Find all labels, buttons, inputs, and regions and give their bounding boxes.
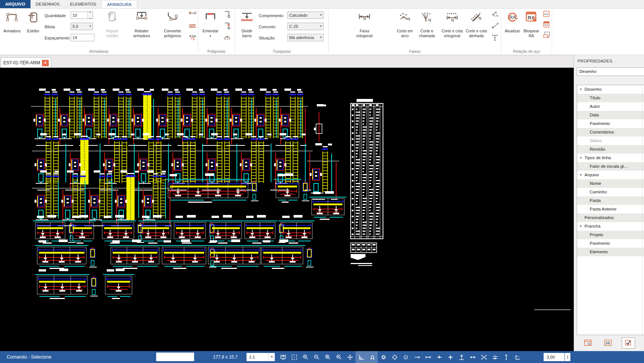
snap-icon[interactable]: [367, 351, 378, 363]
situacao-dropdown[interactable]: Má aderência ▼: [287, 34, 323, 41]
tab-elementos[interactable]: ELEMENTOS: [65, 0, 102, 8]
property-label: Arquivo: [585, 173, 599, 177]
ortho-icon[interactable]: [355, 351, 367, 363]
value-column-divider[interactable]: [642, 85, 643, 335]
property-row[interactable]: Revisão: [577, 145, 644, 154]
perpendicular-icon[interactable]: [456, 351, 467, 363]
property-row[interactable]: Título: [577, 94, 644, 102]
document-tab[interactable]: EST-01-TÉR-ARM ✕: [1, 57, 51, 68]
scale-dropdown[interactable]: 1:1 ▼: [247, 353, 275, 361]
property-row[interactable]: Personalizados: [577, 213, 644, 222]
ra-small-icon[interactable]: RA: [542, 10, 551, 19]
dividir-barra-button[interactable]: Dividir barra: [236, 10, 257, 38]
faixa-ortogonal-button[interactable]: N Faixa ortogonal: [352, 10, 377, 38]
property-row[interactable]: Pavimento: [577, 239, 644, 248]
zoom-object-icon[interactable]: [322, 351, 333, 363]
armadura-button[interactable]: Armadura: [1, 10, 23, 33]
rebater-armadura-button[interactable]: Rebater armadura: [126, 10, 157, 38]
property-row[interactable]: Pavimento: [577, 119, 644, 128]
atualizar-button[interactable]: RA Atualizar: [503, 10, 522, 33]
property-row[interactable]: Autor: [577, 102, 644, 111]
vertical-icon[interactable]: [500, 351, 512, 363]
settings-icon[interactable]: [378, 351, 389, 363]
angle-spinner[interactable]: ▲▼: [565, 353, 570, 361]
property-row[interactable]: Caminho: [577, 188, 644, 196]
property-row[interactable]: ▼Desenho: [577, 85, 644, 94]
expand-arrow-icon[interactable]: ▼: [579, 222, 585, 231]
nearest-icon[interactable]: [467, 351, 478, 363]
group-armaduras: Armadura Estribo Quantidade 10 ▲▼ Bitola…: [0, 8, 198, 55]
ra-dark-icon[interactable]: RA: [542, 20, 551, 29]
zoom-previous-icon[interactable]: [333, 351, 344, 363]
concreto-dropdown[interactable]: C-25 ▼: [287, 23, 323, 30]
comprimento-dropdown[interactable]: Calculado ▼: [287, 12, 323, 19]
close-icon[interactable]: ✕: [42, 60, 49, 66]
property-row[interactable]: ▼Prancha: [577, 222, 644, 231]
tab-arquivo[interactable]: ARQUIVO: [0, 0, 30, 8]
center-icon[interactable]: [400, 351, 411, 363]
polyline-node-icon[interactable]: [223, 10, 232, 19]
quantidade-spinner[interactable]: ▲▼: [87, 12, 93, 19]
property-row[interactable]: Nome: [577, 179, 644, 188]
property-row[interactable]: ▼Arquivo: [577, 171, 644, 179]
arc-stirrup-icon[interactable]: [223, 33, 232, 42]
repetir-estribo-button: Repetir estribo: [100, 10, 125, 38]
node-icon[interactable]: [434, 351, 445, 363]
svg-text:RA: RA: [509, 15, 516, 20]
expand-arrow-icon[interactable]: ▼: [579, 171, 585, 179]
renumber-icon[interactable]: N: [188, 33, 197, 42]
export-window-icon[interactable]: [542, 30, 551, 39]
dim-vertical-icon[interactable]: N: [491, 33, 500, 42]
property-row[interactable]: Elemento: [577, 248, 644, 256]
delete-node-icon[interactable]: [223, 22, 232, 30]
expand-arrow-icon[interactable]: ▼: [579, 85, 585, 94]
properties-selector[interactable]: Desenho: [577, 67, 644, 76]
quantidade-input[interactable]: 10 ▲▼: [71, 12, 93, 19]
command-input[interactable]: [156, 353, 194, 361]
converter-poligonos-button[interactable]: Converter polígonos: [158, 10, 187, 38]
offset-icon[interactable]: [489, 351, 500, 363]
zoom-in-icon[interactable]: [300, 351, 311, 363]
hierarchy-icon[interactable]: [602, 338, 614, 348]
espacamento-input[interactable]: 14: [71, 34, 94, 41]
property-row[interactable]: Pasta: [577, 196, 644, 205]
dim-diagonal-down-icon[interactable]: N: [491, 10, 500, 19]
bitola-dropdown[interactable]: 5.0 ▼: [71, 23, 93, 30]
drawing-canvas[interactable]: [0, 68, 574, 351]
rebar-segment-icon[interactable]: [188, 10, 197, 19]
regen-icon[interactable]: [277, 351, 289, 363]
window-icon[interactable]: [582, 338, 594, 348]
emendar-button[interactable]: Emendar▼: [200, 10, 221, 38]
expand-arrow-icon[interactable]: ▼: [579, 154, 585, 162]
corte-em-arco-button[interactable]: N Corte em arco: [394, 10, 416, 38]
segment-icon[interactable]: [422, 351, 434, 363]
estribo-button[interactable]: Estribo: [23, 10, 43, 33]
zoom-out-icon[interactable]: [311, 351, 322, 363]
bloquear-ra-button[interactable]: RA Bloquear RA: [521, 10, 542, 38]
stirrup-zigzag-icon[interactable]: [188, 22, 197, 30]
callout-cut-icon: N: [415, 10, 438, 24]
angle-input[interactable]: 3,00: [544, 353, 564, 361]
property-row[interactable]: Projeto: [577, 231, 644, 239]
corte-cota-alinhada-button[interactable]: N Corte e cota alinhada: [463, 10, 490, 38]
property-row[interactable]: Status: [577, 136, 644, 145]
property-row[interactable]: Pasta Anterior: [577, 205, 644, 213]
pan-icon[interactable]: [344, 351, 355, 363]
angle-icon[interactable]: [512, 351, 523, 363]
corte-e-chamada-button[interactable]: N Corte e chamada: [415, 10, 438, 38]
zoom-window-icon[interactable]: [289, 351, 300, 363]
property-row[interactable]: Data: [577, 111, 644, 119]
osnap-icon[interactable]: [389, 351, 400, 363]
property-row[interactable]: Comentários: [577, 128, 644, 136]
cad-drawing: [0, 68, 574, 351]
intersection-icon[interactable]: [445, 351, 456, 363]
endpoint-icon[interactable]: [411, 351, 422, 363]
property-row[interactable]: Fator de escala gl...: [577, 162, 644, 171]
check-icon[interactable]: [622, 337, 635, 348]
tab-armadura[interactable]: ARMADURA: [102, 0, 137, 8]
corte-cota-ortogonal-button[interactable]: N Corte e cota ortogonal: [438, 10, 466, 38]
dim-diagonal-up-icon[interactable]: N: [491, 22, 500, 30]
tab-desenhos[interactable]: DESENHOS: [30, 0, 65, 8]
break-icon[interactable]: [478, 351, 489, 363]
property-row[interactable]: ▼Tipos de linha: [577, 154, 644, 162]
